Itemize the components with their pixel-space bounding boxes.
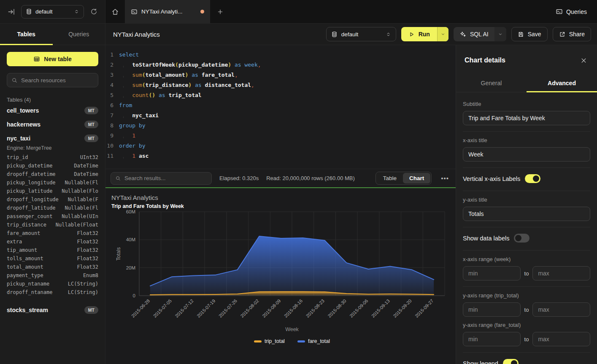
refresh-button[interactable]	[88, 6, 99, 17]
sql-editor[interactable]: 1select2 toStartOfWeek(pickup_datetime) …	[105, 45, 456, 169]
table-row[interactable]: hackernewsMT	[7, 118, 98, 131]
column-name: pickup_ntaname	[7, 281, 49, 289]
column-row: dropoff_latitudeNullable(Fl	[7, 205, 98, 213]
line-number: 4	[105, 80, 119, 90]
new-table-button[interactable]: New table	[7, 52, 98, 66]
results-search[interactable]	[111, 172, 212, 185]
legend-item[interactable]: trip_total	[254, 338, 285, 344]
vertical-labels-row: Vertical x-axis Labels	[463, 173, 590, 185]
svg-text:2015-07-05: 2015-07-05	[152, 298, 173, 318]
code-line[interactable]: 7 nyc_taxi	[105, 111, 456, 121]
column-type: Nullable(Fl	[65, 205, 98, 213]
column-row: tip_amountFloat32	[7, 247, 98, 256]
tab-general[interactable]: General	[456, 75, 527, 92]
toolbar-database-selector[interactable]: default	[326, 27, 396, 41]
home-icon	[111, 8, 119, 16]
code-text: select	[119, 50, 139, 60]
run-button-main[interactable]: Run	[401, 27, 437, 41]
code-text: order by	[119, 141, 146, 151]
legend-swatch	[297, 340, 305, 342]
code-line[interactable]: 11 1 asc	[105, 151, 456, 161]
save-button[interactable]: Save	[511, 27, 548, 41]
chart-details-tabs: General Advanced	[456, 75, 597, 92]
vertical-labels-toggle[interactable]	[525, 174, 540, 183]
sidebar-tab-tables[interactable]: Tables	[0, 24, 53, 45]
subtitle-input[interactable]	[463, 111, 590, 125]
top-bar-spacer	[230, 0, 546, 23]
sql-ai-options-button[interactable]	[494, 27, 506, 41]
resources-search-input[interactable]	[21, 77, 94, 84]
column-row: pickup_ntanameLC(String)	[7, 281, 98, 289]
data-labels-toggle[interactable]	[514, 234, 529, 243]
close-icon	[581, 57, 587, 64]
run-options-button[interactable]	[437, 27, 448, 41]
view-toggle-table[interactable]: Table	[377, 173, 403, 183]
table-row[interactable]: cell_towersMT	[7, 104, 98, 117]
table-row[interactable]: nyc_taxiMT	[7, 132, 98, 145]
y-axis-title-input[interactable]	[463, 207, 590, 221]
y-range-fare-label: y-axis range (fare_total)	[463, 322, 590, 328]
y-range-fare-min-input[interactable]	[463, 332, 521, 346]
code-line[interactable]: 4 sum(trip_distance) as distance_total,	[105, 80, 456, 90]
y-range-fare-max-input[interactable]	[532, 332, 590, 346]
y-range-trip-min-input[interactable]	[463, 302, 521, 317]
sidebar-tab-queries[interactable]: Queries	[53, 24, 105, 45]
sql-ai-button[interactable]: SQL AI	[454, 27, 506, 41]
x-range-min-input[interactable]	[463, 266, 521, 280]
tab-nytaxi-analytics[interactable]: NYTaxi Analyti...	[125, 0, 210, 23]
legend-section: Show legend	[463, 358, 590, 364]
code-line[interactable]: 2 toStartOfWeek(pickup_datetime) as week…	[105, 60, 456, 70]
new-tab-button[interactable]	[210, 0, 230, 23]
column-row: total_amountFloat32	[7, 264, 98, 272]
code-line[interactable]: 1select	[105, 50, 456, 60]
y-range-trip-max-input[interactable]	[532, 302, 590, 317]
column-type: LC(String)	[68, 281, 98, 289]
line-number: 10	[105, 141, 119, 151]
table-row[interactable]: stocks_streamMT	[7, 304, 98, 316]
chevron-updown-icon	[74, 9, 79, 14]
engine-badge: MT	[84, 107, 98, 114]
share-button[interactable]: Share	[553, 27, 591, 41]
legend-item[interactable]: fare_total	[297, 338, 330, 344]
database-selector[interactable]: default	[21, 5, 84, 19]
column-name: total_amount	[7, 264, 43, 272]
home-button[interactable]	[105, 0, 125, 23]
code-line[interactable]: 6from	[105, 100, 456, 111]
view-toggle-chart[interactable]: Chart	[403, 173, 430, 183]
resources-search[interactable]	[7, 73, 98, 87]
sidebar-tabs: Tables Queries	[0, 24, 105, 45]
close-panel-button[interactable]	[578, 55, 589, 65]
column-name: trip_distance	[7, 222, 46, 230]
run-button[interactable]: Run	[401, 27, 448, 41]
tab-advanced[interactable]: Advanced	[527, 75, 597, 92]
sql-ai-button-main[interactable]: SQL AI	[454, 27, 494, 41]
results-more-button[interactable]: •••	[439, 175, 451, 182]
line-number: 8	[105, 121, 119, 131]
code-line[interactable]: 5 count() as trip_total	[105, 90, 456, 100]
column-row: dropoff_longitudeNullable(F	[7, 197, 98, 205]
code-line[interactable]: 10order by	[105, 141, 456, 151]
column-type: Nullable(UIn	[62, 213, 98, 222]
code-line[interactable]: 9 1	[105, 131, 456, 141]
queries-button[interactable]: Queries	[546, 0, 597, 23]
x-range-max-input[interactable]	[532, 266, 590, 280]
code-line[interactable]: 3 sum(total_amount) as fare_total,	[105, 70, 456, 80]
x-axis-title-input[interactable]	[463, 147, 590, 162]
column-name: tolls_amount	[7, 256, 43, 264]
sidebar-tab-queries-label: Queries	[68, 31, 89, 38]
results-chart: 020M40M60M2015-06-282015-07-052015-07-12…	[111, 209, 456, 326]
column-row: dropoff_ntanameLC(String)	[7, 289, 98, 298]
legend-toggle[interactable]	[503, 359, 519, 364]
code-text: from	[119, 100, 132, 111]
column-name: dropoff_latitude	[7, 205, 56, 213]
x-axis-title-section: x-axis title	[463, 137, 590, 168]
y-range-fare-row: to	[463, 332, 590, 346]
collapse-sidebar-button[interactable]	[6, 6, 17, 17]
second-row: Tables Queries NYTaxi Analytics default …	[0, 24, 597, 45]
legend-label: fare_total	[308, 338, 330, 344]
line-number: 7	[105, 111, 119, 121]
code-line[interactable]: 8group by	[105, 121, 456, 131]
column-type: Float32	[77, 239, 98, 247]
results-search-input[interactable]	[124, 175, 207, 181]
top-bar-left: default	[0, 0, 105, 23]
